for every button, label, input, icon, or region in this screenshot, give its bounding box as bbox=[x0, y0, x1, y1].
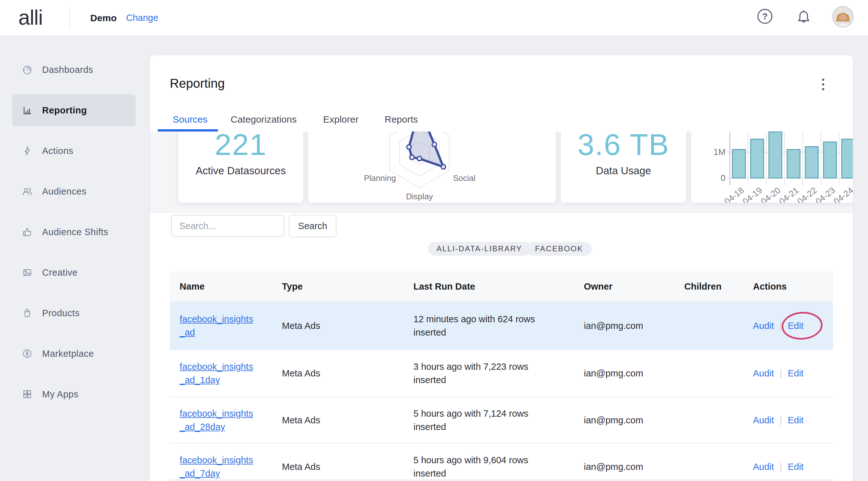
audit-link[interactable]: Audit bbox=[753, 368, 774, 379]
image-icon bbox=[22, 267, 33, 278]
thumbs-up-icon bbox=[22, 226, 33, 238]
action-separator: | bbox=[780, 462, 782, 472]
last-run-text: 5 hours ago with 7,124 rows inserted bbox=[413, 407, 562, 433]
panel-header: Reporting Sources Categorizations Explor… bbox=[150, 56, 853, 131]
sidebar-item-label: Marketplace bbox=[42, 349, 94, 359]
sidebar-item-label: Actions bbox=[42, 146, 73, 156]
svg-text:1M: 1M bbox=[713, 147, 725, 157]
shopping-bag-icon bbox=[22, 307, 33, 319]
filter-tag-alli-data-library[interactable]: ALLI-DATA-LIBRARY bbox=[428, 242, 531, 256]
sidebar-item-label: Reporting bbox=[42, 105, 87, 116]
datasource-name-link[interactable]: facebook_insights_ad bbox=[180, 312, 256, 339]
column-header-name: Name bbox=[170, 271, 272, 302]
filter-tag-facebook[interactable]: FACEBOOK bbox=[527, 242, 592, 256]
notifications-bell-icon[interactable] bbox=[796, 8, 812, 25]
action-separator: | bbox=[780, 415, 782, 425]
sidebar-item-marketplace[interactable]: Marketplace bbox=[12, 338, 135, 369]
help-icon[interactable]: ? bbox=[757, 9, 772, 24]
sidebar-item-dashboards[interactable]: Dashboards bbox=[12, 54, 135, 86]
sidebar-item-label: Audience Shifts bbox=[42, 227, 108, 237]
children-cell bbox=[675, 397, 743, 443]
tab-reports[interactable]: Reports bbox=[384, 114, 418, 125]
active-datasources-label: Active Datasources bbox=[178, 165, 303, 177]
gauge-icon bbox=[22, 64, 33, 76]
datasources-table: Name Type Last Run Date Owner Children A… bbox=[170, 271, 833, 481]
sidebar-item-my-apps[interactable]: My Apps bbox=[12, 378, 135, 410]
last-run-text: 5 hours ago with 9,604 rows inserted bbox=[413, 453, 562, 480]
edit-link[interactable]: Edit bbox=[788, 368, 804, 379]
table-row: facebook_insights_ad_7day Meta Ads 5 hou… bbox=[170, 443, 833, 481]
svg-text:0: 0 bbox=[721, 173, 725, 183]
column-header-owner: Owner bbox=[574, 271, 675, 302]
datasource-name-link[interactable]: facebook_insights_ad_1day bbox=[180, 360, 256, 387]
radar-axis-display: Display bbox=[394, 192, 445, 202]
active-datasources-value: 221 bbox=[178, 127, 303, 162]
kebab-menu-icon[interactable] bbox=[814, 74, 832, 95]
column-header-type: Type bbox=[272, 271, 404, 302]
app-logo[interactable]: alli bbox=[19, 0, 43, 36]
audit-link[interactable]: Audit bbox=[753, 462, 774, 472]
table-row: facebook_insights_ad Meta Ads 12 minutes… bbox=[170, 302, 833, 350]
edit-link[interactable]: Edit bbox=[788, 321, 804, 331]
owner-text: ian@pmg.com bbox=[574, 397, 675, 443]
radar-axis-social: Social bbox=[453, 173, 475, 183]
datasource-type: Meta Ads bbox=[272, 397, 404, 443]
change-workspace-link[interactable]: Change bbox=[126, 0, 158, 36]
datasource-type: Meta Ads bbox=[272, 444, 404, 481]
user-avatar[interactable] bbox=[832, 6, 854, 28]
table-row: facebook_insights_ad_1day Meta Ads 3 hou… bbox=[170, 350, 833, 397]
table-header-row: Name Type Last Run Date Owner Children A… bbox=[170, 271, 833, 302]
edit-link[interactable]: Edit bbox=[788, 415, 804, 425]
data-usage-label: Data Usage bbox=[561, 165, 686, 177]
people-icon bbox=[22, 186, 33, 197]
radar-axis-planning: Planning bbox=[364, 173, 396, 183]
sidebar-item-audiences[interactable]: Audiences bbox=[12, 176, 135, 207]
sidebar-item-label: My Apps bbox=[42, 389, 79, 399]
tab-explorer[interactable]: Explorer bbox=[323, 114, 359, 125]
workspace-name: Demo bbox=[90, 0, 117, 36]
sidebar: Dashboards Reporting Actions Audiences bbox=[0, 36, 150, 481]
bar-chart-icon bbox=[22, 104, 33, 116]
sidebar-item-creative[interactable]: Creative bbox=[12, 257, 135, 288]
owner-text: ian@pmg.com bbox=[574, 302, 675, 350]
last-run-text: 12 minutes ago with 624 rows inserted bbox=[413, 312, 562, 339]
sidebar-item-reporting[interactable]: Reporting bbox=[12, 94, 135, 126]
edit-link[interactable]: Edit bbox=[788, 462, 804, 472]
action-separator: | bbox=[780, 321, 782, 331]
compass-icon bbox=[22, 348, 33, 359]
sidebar-item-label: Dashboards bbox=[42, 65, 93, 75]
search-button[interactable]: Search bbox=[289, 215, 336, 237]
lightning-icon bbox=[22, 145, 33, 156]
action-separator: | bbox=[780, 368, 782, 379]
children-cell bbox=[675, 302, 743, 350]
children-cell bbox=[675, 350, 743, 397]
column-header-children: Children bbox=[675, 271, 743, 302]
column-header-last-run-date: Last Run Date bbox=[404, 271, 574, 302]
owner-text: ian@pmg.com bbox=[574, 444, 675, 481]
navbar-divider bbox=[69, 6, 70, 29]
column-header-actions: Actions bbox=[743, 271, 833, 302]
top-navbar: alli Demo Change ? bbox=[0, 0, 868, 36]
next-section-edge bbox=[170, 479, 833, 481]
children-cell bbox=[675, 444, 743, 481]
tab-categorizations[interactable]: Categorizations bbox=[230, 114, 297, 125]
sidebar-item-products[interactable]: Products bbox=[12, 297, 135, 329]
audit-link[interactable]: Audit bbox=[753, 321, 774, 331]
sidebar-item-actions[interactable]: Actions bbox=[12, 135, 135, 167]
datasource-type: Meta Ads bbox=[272, 350, 404, 397]
owner-text: ian@pmg.com bbox=[574, 350, 675, 397]
audit-link[interactable]: Audit bbox=[753, 415, 774, 425]
sidebar-item-audience-shifts[interactable]: Audience Shifts bbox=[12, 216, 135, 248]
datasource-name-link[interactable]: facebook_insights_ad_28day bbox=[180, 407, 256, 433]
page-title: Reporting bbox=[170, 77, 225, 91]
sidebar-item-label: Creative bbox=[42, 267, 78, 278]
search-input[interactable] bbox=[171, 215, 284, 237]
table-row: facebook_insights_ad_28day Meta Ads 5 ho… bbox=[170, 397, 833, 443]
tab-sources[interactable]: Sources bbox=[173, 114, 208, 125]
datasource-name-link[interactable]: facebook_insights_ad_7day bbox=[180, 453, 256, 480]
data-usage-value: 3.6 TB bbox=[561, 127, 686, 162]
active-tab-indicator bbox=[158, 129, 218, 131]
datasource-type: Meta Ads bbox=[272, 302, 404, 350]
sidebar-item-label: Audiences bbox=[42, 186, 87, 197]
main-panel: 221 Active Datasources Planning Social D… bbox=[150, 56, 853, 481]
